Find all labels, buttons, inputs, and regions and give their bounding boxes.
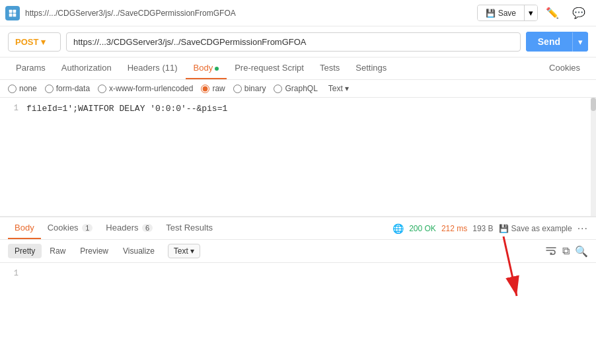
format-right-actions: ⧉ 🔍 — [545, 244, 588, 258]
top-bar-actions: 💾 Save ▾ ✏️ 💬 — [477, 4, 591, 22]
tab-tests[interactable]: Tests — [312, 57, 348, 79]
top-bar-url: https://.../CDGServer3/js/../SaveCDGPerm… — [25, 9, 472, 18]
edit-button[interactable]: ✏️ — [540, 4, 564, 22]
save-icon: 💾 — [486, 9, 496, 18]
globe-icon: 🌐 — [392, 223, 404, 234]
request-bar: POST ▾ Send ▾ — [0, 26, 596, 57]
response-body: 1 — [0, 263, 596, 284]
text-format-label: Text — [328, 84, 343, 93]
response-status: 200 OK — [409, 224, 436, 233]
format-bar: Pretty Raw Preview Visualize Text ▾ ⧉ 🔍 — [0, 240, 596, 263]
fmt-tab-visualize[interactable]: Visualize — [116, 244, 161, 258]
headers-badge: 6 — [142, 224, 153, 232]
fmt-tab-preview[interactable]: Preview — [73, 244, 115, 258]
tabs-right: Cookies — [541, 57, 588, 79]
save-label: Save — [498, 9, 516, 18]
comments-button[interactable]: 💬 — [567, 4, 591, 22]
svg-rect-0 — [9, 9, 13, 13]
resp-tab-test-results[interactable]: Test Results — [159, 217, 219, 239]
response-format-chevron-icon: ▾ — [190, 246, 194, 256]
svg-rect-1 — [13, 9, 17, 13]
search-button[interactable]: 🔍 — [575, 244, 588, 258]
main-content: 1 fileId=1';WAITFOR DELAY '0:0:0'--&pis=… — [0, 98, 596, 217]
chevron-down-icon: ▾ — [529, 8, 533, 18]
tab-cookies[interactable]: Cookies — [541, 57, 588, 79]
body-options: none form-data x-www-form-urlencoded raw… — [0, 80, 596, 98]
method-label: POST — [15, 37, 38, 47]
tab-headers[interactable]: Headers (11) — [120, 57, 186, 79]
wrap-lines-button[interactable] — [545, 244, 557, 258]
save-example-icon: 💾 — [499, 224, 509, 233]
save-dropdown-button[interactable]: ▾ — [524, 5, 537, 20]
save-button-group: 💾 Save ▾ — [477, 5, 538, 21]
tab-settings[interactable]: Settings — [348, 57, 394, 79]
tab-body[interactable]: Body — [186, 57, 227, 79]
tab-params[interactable]: Params — [8, 57, 54, 79]
text-format-chevron-icon: ▾ — [345, 84, 349, 93]
save-example-button[interactable]: 💾 Save as example — [499, 224, 572, 233]
method-select[interactable]: POST ▾ — [8, 32, 61, 52]
line-number-1: 1 — [0, 104, 26, 114]
response-format-label: Text — [174, 246, 188, 256]
url-input[interactable] — [66, 32, 521, 52]
body-dot — [215, 67, 219, 71]
resp-tab-headers[interactable]: Headers 6 — [99, 217, 159, 239]
resp-line-number-1: 1 — [0, 269, 26, 278]
option-urlencoded[interactable]: x-www-form-urlencoded — [98, 84, 193, 93]
response-size: 193 B — [472, 224, 493, 233]
resp-tab-cookies[interactable]: Cookies 1 — [41, 217, 100, 239]
editor-line-1: 1 fileId=1';WAITFOR DELAY '0:0:0'--&pis=… — [0, 103, 596, 114]
copy-button[interactable]: ⧉ — [562, 244, 570, 258]
scrollbar-thumb — [591, 98, 596, 111]
text-format-dropdown[interactable]: Text ▾ — [328, 84, 349, 93]
resp-tab-body[interactable]: Body — [8, 217, 41, 239]
response-format-dropdown[interactable]: Text ▾ — [168, 244, 200, 258]
send-button-group: Send ▾ — [526, 32, 588, 52]
svg-rect-3 — [13, 13, 17, 17]
app-icon — [5, 6, 20, 20]
more-options-button[interactable]: ··· — [577, 223, 588, 235]
top-bar: https://.../CDGServer3/js/../SaveCDGPerm… — [0, 0, 596, 26]
svg-rect-2 — [9, 13, 13, 17]
response-bar: Body Cookies 1 Headers 6 Test Results 🌐 … — [0, 217, 596, 240]
option-binary[interactable]: binary — [233, 84, 266, 93]
option-none[interactable]: none — [8, 84, 37, 93]
resp-line-1: 1 — [0, 268, 596, 279]
tab-pre-request[interactable]: Pre-request Script — [227, 57, 312, 79]
option-raw[interactable]: raw — [201, 84, 225, 93]
response-time: 212 ms — [441, 224, 467, 233]
send-button[interactable]: Send — [526, 32, 572, 52]
tab-authorization[interactable]: Authorization — [54, 57, 120, 79]
fmt-tab-pretty[interactable]: Pretty — [8, 244, 42, 258]
option-graphql[interactable]: GraphQL — [274, 84, 317, 93]
editor-scrollbar[interactable] — [591, 98, 596, 216]
method-chevron-icon: ▾ — [41, 37, 46, 47]
send-dropdown-button[interactable]: ▾ — [572, 32, 588, 52]
request-tabs: Params Authorization Headers (11) Body P… — [0, 57, 596, 80]
fmt-tab-raw[interactable]: Raw — [43, 244, 72, 258]
editor-area[interactable]: 1 fileId=1';WAITFOR DELAY '0:0:0'--&pis=… — [0, 98, 596, 217]
option-form-data[interactable]: form-data — [45, 84, 90, 93]
save-example-label: Save as example — [511, 224, 572, 233]
cookies-badge: 1 — [82, 224, 93, 232]
response-meta: 🌐 200 OK 212 ms 193 B 💾 Save as example … — [392, 223, 588, 235]
save-button[interactable]: 💾 Save — [478, 6, 524, 20]
line-content-1: fileId=1';WAITFOR DELAY '0:0:0'--&pis=1 — [26, 104, 227, 114]
